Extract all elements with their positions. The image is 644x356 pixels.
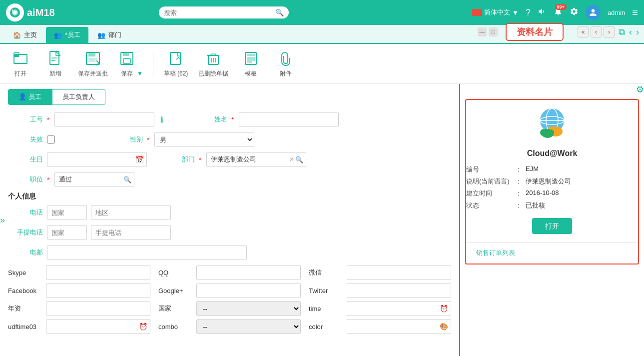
qq-label: QQ	[158, 269, 193, 276]
pag-prev[interactable]: ‹	[591, 26, 602, 38]
deleted-button[interactable]: 已删除单据	[198, 50, 228, 78]
employee-icon: 👥	[54, 32, 62, 39]
nianZi-label: 年资	[8, 304, 43, 313]
tab-nav-right-btn[interactable]: ›	[636, 27, 639, 38]
open-button[interactable]: 打开	[8, 50, 33, 78]
tab-home[interactable]: 🏠 主页	[5, 27, 45, 43]
svg-point-35	[540, 129, 547, 136]
phone-region-input[interactable]	[91, 205, 171, 220]
nianZi-input[interactable]	[46, 301, 150, 316]
tab-bar: 🏠 主页 👥 *员工 👥 部门 — □ 资料名片 « ‹ › ⧉ ‹ ›	[0, 25, 644, 44]
email-label: 电邮	[8, 248, 43, 257]
form-row-zhiWei: 职位 * 🔍	[8, 172, 451, 187]
mobile-label: 手提电话	[8, 228, 43, 237]
zhiWei-input[interactable]	[54, 172, 134, 187]
card-val-3: 已批核	[526, 201, 545, 210]
xingMing-input[interactable]	[239, 112, 339, 127]
search-bar[interactable]: 🔍	[159, 6, 289, 18]
draft-button[interactable]: 草稿 (62)	[163, 50, 188, 78]
notification-button[interactable]: 99+	[554, 7, 563, 18]
volume-icon[interactable]	[538, 7, 547, 18]
card-sep-1: ：	[515, 177, 522, 186]
form-tab-responsible[interactable]: 员工负责人	[52, 89, 105, 105]
tab-department[interactable]: 👥 部门	[89, 27, 129, 43]
googleplus-input[interactable]	[196, 283, 301, 298]
skype-input[interactable]	[46, 265, 150, 280]
color-input[interactable]	[347, 319, 451, 334]
card-open-button[interactable]: 打开	[532, 218, 572, 234]
mobile-phone-input[interactable]	[91, 225, 171, 240]
left-collapse-btn[interactable]: »	[0, 215, 5, 226]
udftime03-clock-icon[interactable]: ⏰	[139, 322, 147, 330]
facebook-input[interactable]	[46, 283, 150, 298]
color-label: color	[309, 323, 344, 330]
flag-icon	[472, 9, 482, 16]
card-val-0: EJM	[526, 165, 539, 174]
social-row-1: Skype QQ 微信	[8, 265, 451, 280]
shengRi-label: 生日	[8, 155, 43, 164]
toolbar-divider-1	[153, 52, 153, 76]
qq-input[interactable]	[196, 265, 301, 280]
attachment-button[interactable]: 附件	[273, 50, 298, 78]
gongHao-label: 工号	[8, 115, 43, 124]
email-input[interactable]	[47, 245, 247, 260]
guoJia-select[interactable]: --	[196, 301, 301, 316]
toolbar: 打开 新增 保存并送批 保存 ▼ 草稿 (62) 已删除单据	[0, 44, 644, 84]
buMen-search-icon[interactable]: 🔍	[295, 156, 303, 164]
card-info-row-2: 建立时间 ： 2016-10-08	[466, 189, 638, 198]
udftime03-input[interactable]	[46, 319, 150, 334]
save-button[interactable]: 保存 ▼	[118, 50, 143, 78]
new-button[interactable]: 新增	[43, 50, 68, 78]
tab-nav-left[interactable]: ‹	[629, 27, 632, 38]
template-button[interactable]: 模板	[238, 50, 263, 78]
mobile-country-input[interactable]	[47, 225, 87, 240]
phone-country-input[interactable]	[47, 205, 87, 220]
maximize-btn[interactable]: □	[489, 28, 498, 36]
calendar-icon[interactable]: 📅	[135, 156, 144, 164]
shiXiao-checkbox[interactable]	[47, 136, 55, 144]
tab-employee[interactable]: 👥 *员工	[46, 27, 88, 43]
save-submit-button[interactable]: 保存并送批	[78, 50, 108, 78]
buMen-clear-icon[interactable]: ✕	[289, 156, 294, 163]
card-divider	[466, 242, 638, 242]
svg-rect-18	[211, 54, 216, 56]
combo-select[interactable]: --	[196, 319, 301, 334]
skype-label: Skype	[8, 269, 43, 276]
svg-point-36	[548, 130, 554, 136]
form-tab-responsible-label: 员工负责人	[62, 93, 95, 100]
avatar[interactable]	[586, 5, 601, 20]
shengRi-input[interactable]	[47, 152, 147, 167]
zhiWei-search-icon[interactable]: 🔍	[123, 176, 131, 184]
layers-icon[interactable]: ⧉	[619, 27, 625, 38]
language-selector[interactable]: 简体中文 ▼	[472, 8, 519, 17]
help-button[interactable]: ?	[526, 8, 531, 18]
color-picker-icon[interactable]: 🎨	[440, 322, 448, 330]
time-clock-icon[interactable]: ⏰	[440, 304, 448, 312]
buMen-dept-wrap: ✕ 🔍	[206, 152, 306, 167]
googleplus-item: Google+	[158, 283, 301, 298]
gongHao-info-icon[interactable]: ℹ	[160, 115, 163, 124]
time-input[interactable]	[347, 301, 451, 316]
search-input[interactable]	[164, 9, 272, 16]
gongHao-input[interactable]	[54, 112, 154, 127]
form-tab-employee[interactable]: 👤 员工	[8, 89, 52, 105]
tab-employee-label: *员工	[65, 30, 80, 40]
card-info-row-1: 说明(当前语言) ： 伊莱恩制造公司	[466, 177, 638, 186]
settings-button[interactable]	[570, 7, 579, 18]
menu-icon[interactable]: ≡	[632, 7, 638, 18]
card-gear-icon[interactable]: ⚙	[636, 84, 644, 95]
minimize-btn[interactable]: —	[478, 28, 487, 36]
save-dropdown-arrow[interactable]: ▼	[137, 70, 143, 77]
skype-item: Skype	[8, 265, 150, 280]
twitter-input[interactable]	[347, 283, 451, 298]
save-submit-label: 保存并送批	[78, 70, 108, 78]
buMen-label: 部门	[165, 155, 195, 164]
weixin-input[interactable]	[347, 265, 451, 280]
xingBie-select[interactable]: 男	[154, 132, 254, 147]
pag-next[interactable]: ›	[604, 26, 615, 38]
pag-prev-prev[interactable]: «	[578, 26, 589, 38]
card-key-1: 说明(当前语言)	[466, 177, 511, 186]
xingMing-label: 姓名	[197, 115, 227, 124]
card-sales-link[interactable]: 销售订单列表	[476, 249, 515, 256]
top-nav: aiM18 🔍 简体中文 ▼ ? 99+ admin ≡	[0, 0, 644, 25]
